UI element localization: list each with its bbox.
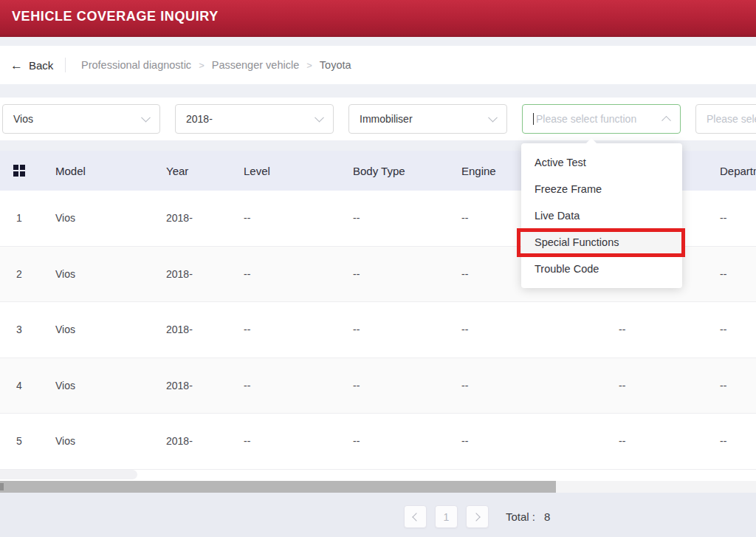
cell-col7: -- (619, 414, 625, 469)
pagination: 1 Total : 8 (404, 505, 550, 528)
chevron-left-icon (412, 513, 420, 521)
chevron-right-icon (472, 513, 480, 521)
column-header-body-type: Body Type (353, 151, 405, 191)
filter-bar: Vios 2018- Immobiliser Please select fun… (0, 98, 756, 140)
chevron-up-icon (662, 116, 671, 126)
footer-bar: 1 Total : 8 (0, 493, 756, 537)
chevron-down-icon (141, 113, 151, 123)
total-count: Total : 8 (506, 510, 550, 523)
back-arrow-icon: ← (10, 59, 23, 72)
divider (65, 58, 66, 72)
next-page-button[interactable] (466, 505, 489, 528)
cell-department: -- (720, 414, 726, 469)
cell-model: Vios (55, 414, 75, 469)
system-select-value: Immobiliser (360, 113, 413, 125)
horizontal-scrollbar-thumb[interactable] (0, 481, 556, 493)
cell-engine: -- (461, 191, 468, 246)
function-dropdown-panel: Active TestFreeze FrameLive DataSpecial … (521, 143, 682, 288)
grid-icon (13, 151, 25, 191)
function-select-placeholder: Please select function (536, 113, 636, 125)
current-page-button[interactable]: 1 (435, 505, 458, 528)
cell-engine: -- (461, 247, 468, 302)
scroll-corner (0, 470, 137, 479)
year-select-value: 2018- (186, 113, 213, 125)
cell-body-type: -- (353, 302, 360, 358)
table-row: 3Vios2018----------- (0, 302, 756, 358)
breadcrumb-separator-icon: > (199, 60, 205, 71)
cell-col7: -- (619, 358, 625, 414)
cell-body-type: -- (353, 247, 360, 302)
cell-model: Vios (55, 358, 75, 414)
breadcrumb-bar: ← Back Professional diagnostic > Passeng… (0, 46, 756, 84)
cell-index: 3 (16, 302, 22, 358)
cell-index: 5 (16, 414, 22, 469)
cell-engine: -- (461, 414, 468, 469)
text-caret (533, 113, 534, 125)
cell-engine: -- (461, 358, 468, 414)
model-select-value: Vios (13, 113, 33, 125)
column-header-department: Department (720, 151, 756, 191)
breadcrumb-item-professional-diagnostic[interactable]: Professional diagnostic (81, 59, 191, 71)
back-label: Back (29, 59, 53, 72)
cell-year: 2018- (166, 191, 193, 246)
breadcrumb-item-passenger-vehicle[interactable]: Passenger vehicle (212, 59, 300, 71)
breadcrumb-separator-icon: > (306, 60, 312, 71)
cell-body-type: -- (353, 358, 360, 414)
chevron-down-icon (488, 113, 498, 123)
column-header-model: Model (55, 151, 86, 191)
cell-body-type: -- (353, 414, 360, 469)
model-select[interactable]: Vios (2, 104, 160, 134)
back-button[interactable]: ← Back (10, 46, 53, 84)
table-row: 4Vios2018----------- (0, 358, 756, 414)
cell-model: Vios (55, 247, 75, 302)
year-select[interactable]: 2018- (175, 104, 334, 134)
dropdown-option[interactable]: Freeze Frame (521, 176, 682, 202)
page-title: VEHICLE COVERAGE INQUIRY (12, 9, 219, 24)
cell-year: 2018- (166, 302, 193, 358)
cell-model: Vios (55, 302, 75, 358)
column-header-engine: Engine (461, 151, 496, 191)
cell-level: -- (244, 302, 250, 358)
cell-department: -- (720, 191, 726, 246)
table-row: 5Vios2018----------- (0, 414, 756, 470)
total-value: 8 (544, 510, 550, 523)
cell-index: 4 (16, 358, 22, 414)
cell-year: 2018- (166, 247, 193, 302)
column-header-level: Level (244, 151, 270, 191)
cell-year: 2018- (166, 358, 193, 414)
dropdown-option[interactable]: Special Functions (521, 229, 682, 256)
app-header: VEHICLE COVERAGE INQUIRY (0, 0, 756, 37)
cell-department: -- (720, 247, 726, 302)
extra-select-placeholder: Please select (707, 113, 756, 125)
system-select[interactable]: Immobiliser (348, 104, 507, 134)
cell-body-type: -- (353, 191, 360, 246)
function-select[interactable]: Please select function (522, 104, 681, 134)
cell-level: -- (244, 191, 250, 246)
cell-level: -- (244, 414, 250, 469)
column-header-year: Year (166, 151, 188, 191)
breadcrumb: Professional diagnostic > Passenger vehi… (81, 46, 351, 84)
cell-model: Vios (55, 191, 75, 246)
dropdown-option[interactable]: Live Data (521, 202, 682, 229)
cell-col7: -- (619, 302, 625, 358)
cell-index: 1 (16, 191, 22, 246)
breadcrumb-item-toyota: Toyota (320, 59, 351, 71)
dropdown-option[interactable]: Active Test (521, 149, 682, 176)
cell-year: 2018- (166, 414, 193, 469)
total-label: Total : (506, 510, 535, 523)
extra-select[interactable]: Please select (695, 104, 756, 134)
cell-department: -- (720, 302, 726, 358)
prev-page-button[interactable] (404, 505, 427, 528)
horizontal-scrollbar-track[interactable] (0, 481, 756, 493)
cell-level: -- (244, 247, 250, 302)
cell-index: 2 (16, 247, 22, 302)
cell-engine: -- (461, 302, 468, 358)
cell-department: -- (720, 358, 726, 414)
chevron-down-icon (315, 113, 324, 123)
cell-level: -- (244, 358, 250, 414)
dropdown-option[interactable]: Trouble Code (521, 256, 682, 282)
vehicle-coverage-page: VEHICLE COVERAGE INQUIRY ← Back Professi… (0, 0, 756, 537)
